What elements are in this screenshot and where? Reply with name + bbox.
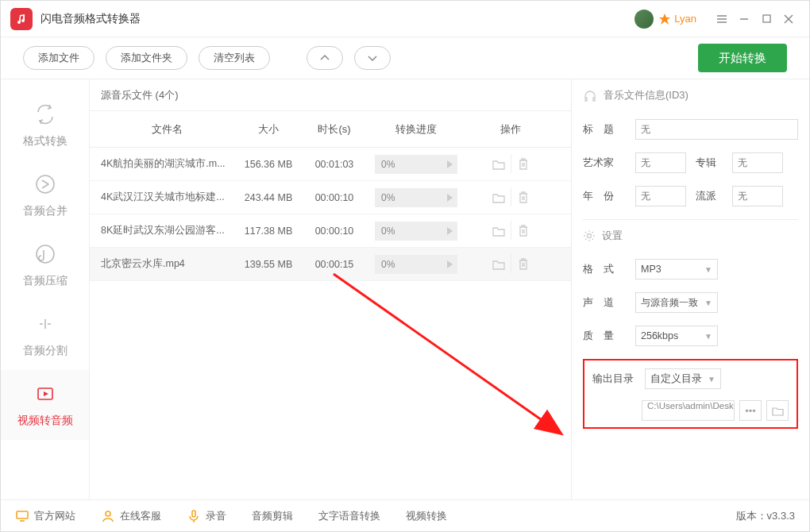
channel-label: 声 道: [583, 295, 626, 310]
titlebar: 闪电音频格式转换器 Lyan: [1, 1, 809, 37]
chevron-down-icon: ▼: [704, 299, 712, 307]
cell-size: 156.36 MB: [233, 159, 304, 170]
delete-button[interactable]: [511, 187, 534, 206]
username[interactable]: Lyan: [674, 13, 696, 25]
customer-service-link[interactable]: 在线客服: [101, 509, 161, 523]
quality-select[interactable]: 256kbps▼: [635, 326, 718, 346]
cell-size: 243.44 MB: [233, 192, 304, 203]
record-link[interactable]: 录音: [187, 509, 226, 523]
footer: 官方网站 在线客服 录音 音频剪辑 文字语音转换 视频转换 版本：v3.3.3: [1, 499, 809, 531]
text-speech-link[interactable]: 文字语音转换: [318, 509, 380, 523]
menu-button[interactable]: [711, 8, 733, 30]
sidebar: 格式转换 音频合并 音频压缩 音频分割 视频转音频: [1, 79, 90, 499]
sidebar-item-video-to-audio[interactable]: 视频转音频: [1, 370, 89, 440]
year-input[interactable]: [635, 186, 686, 206]
start-convert-button[interactable]: 开始转换: [698, 44, 787, 72]
open-folder-button[interactable]: [487, 255, 511, 274]
audio-clip-link[interactable]: 音频剪辑: [252, 509, 293, 523]
sidebar-item-audio-compress[interactable]: 音频压缩: [1, 230, 89, 300]
open-folder-button[interactable]: [487, 155, 511, 174]
monitor-icon: [15, 509, 29, 523]
svg-rect-18: [192, 511, 195, 517]
quality-label: 质 量: [583, 329, 626, 343]
title-label: 标 题: [583, 122, 626, 137]
play-icon[interactable]: [447, 260, 453, 268]
file-row[interactable]: 4K武汉江汉关城市地标建... 243.44 MB 00:00:10 0%: [90, 181, 571, 214]
chevron-down-icon: ▼: [704, 332, 712, 341]
open-folder-button[interactable]: [487, 222, 511, 241]
cell-name: 4K武汉江汉关城市地标建...: [90, 191, 233, 204]
chevron-down-icon: ▼: [708, 375, 716, 384]
file-row[interactable]: 8K延时武汉东湖公园游客... 117.38 MB 00:00:10 0%: [90, 214, 571, 248]
genre-input[interactable]: [732, 186, 783, 206]
output-path-input[interactable]: C:\Users\admin\Desktc: [642, 400, 735, 421]
merge-icon: [33, 172, 57, 196]
output-directory-box: 输出目录 自定义目录▼ C:\Users\admin\Desktc •••: [583, 359, 798, 429]
play-icon[interactable]: [447, 160, 453, 168]
add-file-button[interactable]: 添加文件: [23, 46, 94, 70]
outdir-select[interactable]: 自定义目录▼: [645, 368, 721, 389]
open-folder-button[interactable]: [487, 188, 511, 207]
cell-size: 139.55 MB: [233, 259, 304, 270]
col-filename: 文件名: [90, 122, 233, 137]
title-input[interactable]: [635, 119, 798, 140]
more-button[interactable]: •••: [739, 400, 762, 421]
svg-point-7: [37, 175, 54, 193]
version-label: 版本：v3.3.3: [736, 509, 795, 523]
clear-list-button[interactable]: 清空列表: [199, 46, 270, 70]
avatar[interactable]: [634, 10, 654, 29]
album-input[interactable]: [732, 152, 783, 173]
file-row[interactable]: 北京密云水库.mp4 139.55 MB 00:00:15 0%: [90, 248, 571, 281]
move-up-button[interactable]: [307, 46, 343, 70]
video-convert-link[interactable]: 视频转换: [406, 509, 447, 523]
move-down-button[interactable]: [354, 46, 391, 70]
album-label: 专辑: [696, 156, 723, 170]
vip-badge-icon: [658, 13, 671, 25]
format-select[interactable]: MP3▼: [635, 259, 718, 279]
play-icon[interactable]: [447, 194, 453, 202]
channel-select[interactable]: 与源音频一致▼: [635, 292, 718, 313]
cell-ops: [468, 221, 554, 241]
sidebar-item-audio-merge[interactable]: 音频合并: [1, 160, 89, 230]
svg-marker-13: [44, 391, 48, 396]
cell-ops: [468, 187, 554, 207]
file-list: 源音乐文件 (4个) 文件名 大小 时长(s) 转换进度 操作 4K航拍美丽的湖…: [90, 79, 571, 499]
genre-label: 流派: [696, 189, 723, 203]
file-list-header: 源音乐文件 (4个): [90, 79, 571, 111]
cell-name: 北京密云水库.mp4: [90, 257, 233, 271]
right-panel: 音乐文件信息(ID3) 标 题 艺术家 专辑 年 份 流派: [571, 79, 809, 499]
sidebar-label: 格式转换: [23, 134, 68, 148]
minimize-button[interactable]: [733, 8, 755, 30]
cell-size: 117.38 MB: [233, 226, 304, 237]
artist-label: 艺术家: [583, 156, 626, 170]
mic-icon: [187, 509, 201, 523]
delete-button[interactable]: [511, 154, 534, 173]
artist-input[interactable]: [635, 152, 686, 173]
file-row[interactable]: 4K航拍美丽的湖滨城市.m... 156.36 MB 00:01:03 0%: [90, 148, 571, 181]
sidebar-label: 音频压缩: [23, 274, 68, 288]
play-icon[interactable]: [447, 227, 453, 235]
compress-icon: [33, 242, 57, 266]
browse-folder-button[interactable]: [766, 400, 789, 421]
col-progress: 转换进度: [364, 122, 468, 137]
settings-section-title: 设置: [583, 219, 798, 251]
cell-duration: 00:00:10: [304, 226, 364, 237]
svg-rect-15: [17, 511, 28, 519]
close-button[interactable]: [777, 8, 800, 30]
headphone-icon: [583, 88, 597, 102]
sidebar-item-audio-split[interactable]: 音频分割: [1, 300, 89, 370]
col-ops: 操作: [468, 122, 554, 137]
split-icon: [33, 312, 57, 336]
cell-progress: 0%: [364, 188, 468, 207]
delete-button[interactable]: [511, 221, 534, 240]
cell-progress: 0%: [364, 155, 468, 174]
official-site-link[interactable]: 官方网站: [15, 509, 75, 523]
video-to-audio-icon: [33, 382, 57, 406]
delete-button[interactable]: [511, 254, 534, 273]
add-folder-button[interactable]: 添加文件夹: [106, 46, 187, 70]
svg-point-14: [588, 233, 592, 237]
sidebar-item-format-convert[interactable]: 格式转换: [1, 91, 89, 160]
cell-ops: [468, 154, 554, 174]
year-label: 年 份: [583, 189, 626, 203]
maximize-button[interactable]: [755, 8, 777, 30]
